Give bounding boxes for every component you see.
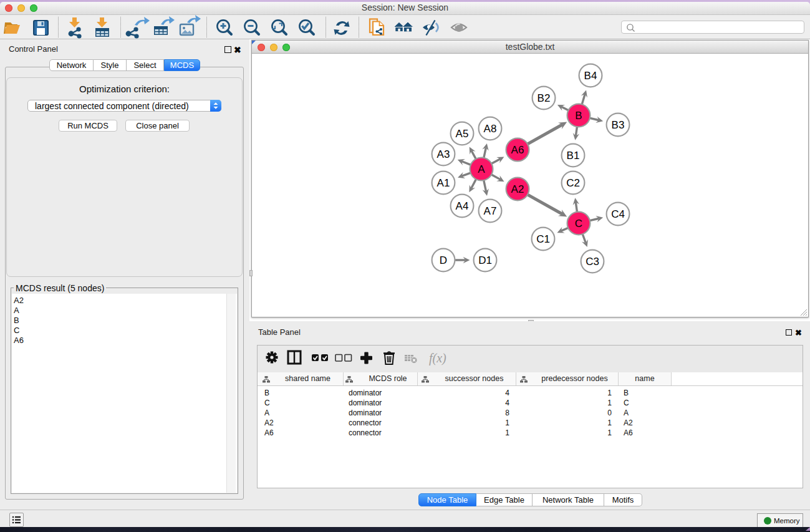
svg-text:A3: A3 [437, 148, 450, 160]
svg-text:B: B [575, 110, 582, 122]
svg-text:A5: A5 [456, 128, 469, 140]
svg-text:D: D [440, 254, 447, 266]
svg-text:A4: A4 [456, 200, 469, 212]
svg-text:C2: C2 [566, 177, 580, 189]
svg-text:A: A [478, 163, 485, 175]
svg-text:A7: A7 [484, 205, 497, 217]
svg-text:D1: D1 [478, 254, 492, 266]
svg-text:f(x): f(x) [429, 351, 446, 365]
svg-text:A2: A2 [511, 183, 524, 195]
svg-text:A1: A1 [437, 177, 450, 189]
svg-text:B1: B1 [567, 150, 580, 162]
svg-text:A8: A8 [484, 123, 497, 135]
svg-text:A6: A6 [511, 144, 524, 156]
svg-text:B4: B4 [584, 70, 597, 82]
svg-text:B2: B2 [538, 92, 551, 104]
svg-text:C3: C3 [586, 256, 599, 268]
svg-text:C4: C4 [611, 208, 625, 220]
svg-text:C: C [575, 218, 582, 230]
svg-text:C1: C1 [536, 233, 550, 245]
svg-text:B3: B3 [612, 119, 625, 131]
